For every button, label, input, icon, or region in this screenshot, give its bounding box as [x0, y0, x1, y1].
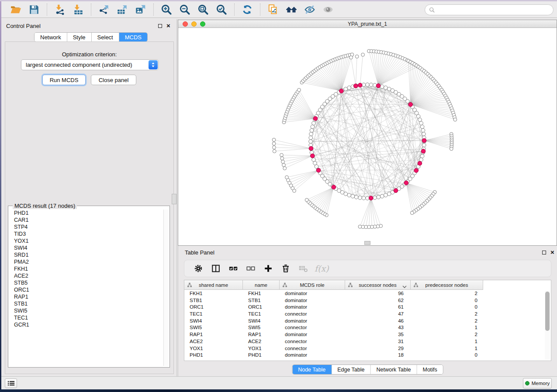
table-cell[interactable]: SWI5 [243, 324, 280, 331]
table-cell[interactable]: 46 [345, 318, 411, 325]
add-column-icon[interactable] [261, 262, 275, 275]
tab-node-table[interactable]: Node Table [292, 365, 332, 374]
export-network-icon[interactable] [97, 3, 111, 16]
network-graph[interactable] [178, 28, 557, 245]
import-table-icon[interactable] [72, 3, 85, 16]
graph-node[interactable] [351, 194, 355, 198]
result-list-item[interactable]: FKH1 [9, 265, 164, 272]
result-list-item[interactable]: SWI4 [9, 244, 164, 251]
leaf-node[interactable] [280, 157, 284, 160]
leaf-node[interactable] [305, 198, 308, 202]
table-cell[interactable]: 1 [411, 338, 483, 345]
result-list-item[interactable]: ACE2 [9, 272, 164, 279]
graph-node[interactable] [422, 143, 426, 147]
mcds-node[interactable] [369, 196, 373, 200]
mcds-node[interactable] [418, 161, 422, 165]
graph-node[interactable] [384, 193, 387, 197]
table-panel-close-icon[interactable]: × [550, 248, 554, 256]
hide-selected-icon[interactable] [303, 3, 316, 16]
tab-motifs[interactable]: Motifs [417, 365, 443, 374]
graph-node[interactable] [387, 192, 391, 196]
mcds-node[interactable] [310, 154, 315, 158]
zoom-fit-icon[interactable] [197, 3, 210, 16]
graph-node[interactable] [369, 83, 373, 87]
graph-node[interactable] [419, 121, 423, 125]
table-cell[interactable]: RAP1 [243, 331, 280, 338]
graph-node[interactable] [310, 128, 314, 132]
divider-grip[interactable] [172, 194, 176, 204]
search-box[interactable] [425, 4, 554, 15]
close-panel-icon[interactable]: × [166, 22, 170, 30]
table-cell[interactable]: 2 [411, 290, 483, 297]
column-header-MCDS-role[interactable]: MCDS role [280, 280, 345, 290]
graph-node[interactable] [347, 86, 351, 90]
table-row[interactable]: SWI5SWI5connector431 [184, 324, 483, 331]
table-cell[interactable]: ACE2 [243, 338, 280, 345]
mcds-node[interactable] [408, 103, 413, 107]
table-cell[interactable]: PHD1 [184, 352, 243, 359]
table-cell[interactable]: ORC1 [243, 304, 280, 311]
search-input[interactable] [435, 6, 553, 14]
close-panel-button[interactable]: Close panel [91, 75, 136, 85]
table-cell[interactable]: 31 [345, 338, 411, 345]
zoom-selected-icon[interactable] [215, 3, 228, 16]
leaf-node[interactable] [410, 211, 414, 215]
table-cell[interactable]: dominator [280, 304, 345, 311]
column-header-predecessor-nodes[interactable]: predecessor nodes [411, 280, 483, 290]
select-all-icon[interactable] [226, 262, 240, 275]
float-panel-icon[interactable] [158, 24, 162, 28]
tab-mcds[interactable]: MCDS [119, 33, 147, 41]
delete-column-icon[interactable] [279, 262, 293, 275]
leaf-node[interactable] [281, 160, 285, 164]
zoom-in-icon[interactable] [160, 3, 173, 16]
sort-chevron-icon[interactable] [402, 284, 407, 286]
leaf-node[interactable] [453, 118, 457, 121]
mcds-node[interactable] [353, 84, 358, 88]
table-cell[interactable]: 1 [411, 345, 483, 352]
graph-node[interactable] [418, 118, 422, 122]
result-list-item[interactable]: ORC1 [9, 286, 164, 293]
result-list-item[interactable]: SRD1 [9, 251, 164, 258]
table-cell[interactable]: YOX1 [184, 345, 243, 352]
table-cell[interactable]: 96 [345, 290, 411, 297]
table-cell[interactable]: dominator [280, 331, 345, 338]
mcds-node[interactable] [358, 83, 362, 87]
task-history-button[interactable] [5, 378, 17, 388]
mcds-node[interactable] [404, 181, 408, 185]
tab-style[interactable]: Style [67, 33, 92, 41]
deselect-all-icon[interactable] [244, 262, 258, 275]
result-list-item[interactable]: TEC1 [9, 314, 164, 321]
table-cell[interactable]: 2 [411, 311, 483, 318]
result-list-item[interactable]: GCR1 [9, 321, 164, 328]
graph-node[interactable] [420, 154, 424, 158]
result-list-item[interactable]: STB1 [9, 300, 164, 307]
table-cell[interactable]: SWI4 [184, 318, 243, 325]
table-cell[interactable]: 43 [345, 324, 411, 331]
table-cell[interactable]: 1 [411, 324, 483, 331]
mcds-node[interactable] [422, 138, 426, 143]
result-list-item[interactable]: STP4 [9, 224, 164, 230]
mcds-node[interactable] [414, 168, 419, 173]
refresh-icon[interactable] [241, 3, 254, 16]
graph-node[interactable] [309, 132, 313, 136]
table-row[interactable]: STB1STB1dominator620 [184, 297, 483, 304]
graph-node[interactable] [358, 196, 362, 200]
graph-node[interactable] [380, 194, 384, 198]
table-cell[interactable]: connector [280, 345, 345, 352]
table-row[interactable]: ACE2ACE2connector311 [184, 338, 483, 345]
graph-node[interactable] [419, 158, 423, 162]
table-cell[interactable]: 61 [345, 304, 411, 311]
table-cell[interactable]: dominator [280, 318, 345, 325]
table-cell[interactable]: 18 [345, 352, 411, 359]
table-cell[interactable]: RAP1 [184, 331, 243, 338]
table-row[interactable]: ORC1ORC1dominator610 [184, 304, 483, 311]
graph-node[interactable] [422, 132, 426, 136]
graph-node[interactable] [309, 140, 313, 144]
graph-node[interactable] [312, 121, 316, 125]
save-icon[interactable] [28, 3, 41, 16]
table-cell[interactable]: TEC1 [184, 311, 243, 318]
mcds-node[interactable] [394, 189, 398, 193]
table-cell[interactable]: 35 [345, 331, 411, 338]
result-list-item[interactable]: TID3 [9, 230, 164, 237]
graph-node[interactable] [384, 86, 387, 90]
